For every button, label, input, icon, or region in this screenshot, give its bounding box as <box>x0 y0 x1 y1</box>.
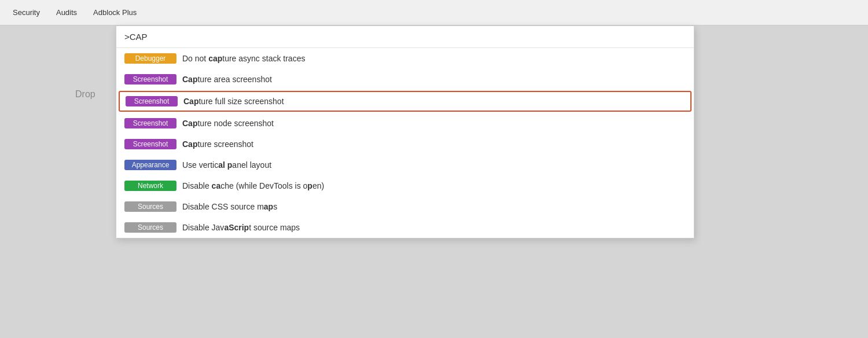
search-row <box>116 26 694 48</box>
list-item[interactable]: Sources Disable CSS source maps <box>116 196 694 217</box>
badge-screenshot: Screenshot <box>124 139 176 149</box>
search-input[interactable] <box>124 32 686 42</box>
item-label: Disable CSS source maps <box>182 202 277 211</box>
list-item[interactable]: Screenshot Capture area screenshot <box>116 69 694 90</box>
list-item[interactable]: Network Disable cache (while DevTools is… <box>116 175 694 196</box>
item-label: Capture area screenshot <box>182 75 272 84</box>
badge-appearance: Appearance <box>124 160 176 170</box>
badge-screenshot: Screenshot <box>124 118 176 128</box>
list-item[interactable]: Debugger Do not capture async stack trac… <box>116 48 694 69</box>
list-item[interactable]: Screenshot Capture screenshot <box>116 134 694 155</box>
tab-security[interactable]: Security <box>5 2 48 23</box>
item-label: Disable cache (while DevTools is open) <box>182 181 324 190</box>
badge-sources: Sources <box>124 201 176 212</box>
tab-audits[interactable]: Audits <box>48 2 85 23</box>
badge-debugger: Debugger <box>124 53 176 64</box>
item-label: Use vertical panel layout <box>182 160 271 170</box>
command-dropdown: Debugger Do not capture async stack trac… <box>116 25 694 238</box>
item-label: Do not capture async stack traces <box>182 54 305 63</box>
list-item[interactable]: Appearance Use vertical panel layout <box>116 155 694 175</box>
tab-adblock-plus[interactable]: Adblock Plus <box>85 2 145 23</box>
item-label: Disable JavaScript source maps <box>182 223 300 232</box>
item-label: Capture screenshot <box>182 139 253 149</box>
list-item-highlighted[interactable]: Screenshot Capture full size screenshot <box>119 91 692 112</box>
badge-sources: Sources <box>124 222 176 233</box>
drop-hint: Drop <box>75 89 95 100</box>
badge-screenshot: Screenshot <box>124 74 176 84</box>
list-item[interactable]: Sources Disable JavaScript source maps <box>116 217 694 238</box>
content-area: Drop Debugger Do not capture async stack… <box>0 25 868 338</box>
badge-screenshot: Screenshot <box>126 96 178 106</box>
list-item[interactable]: Screenshot Capture node screenshot <box>116 113 694 134</box>
badge-network: Network <box>124 181 176 191</box>
top-bar: Security Audits Adblock Plus <box>0 0 868 25</box>
item-label: Capture node screenshot <box>182 119 274 128</box>
item-label: Capture full size screenshot <box>183 97 284 106</box>
